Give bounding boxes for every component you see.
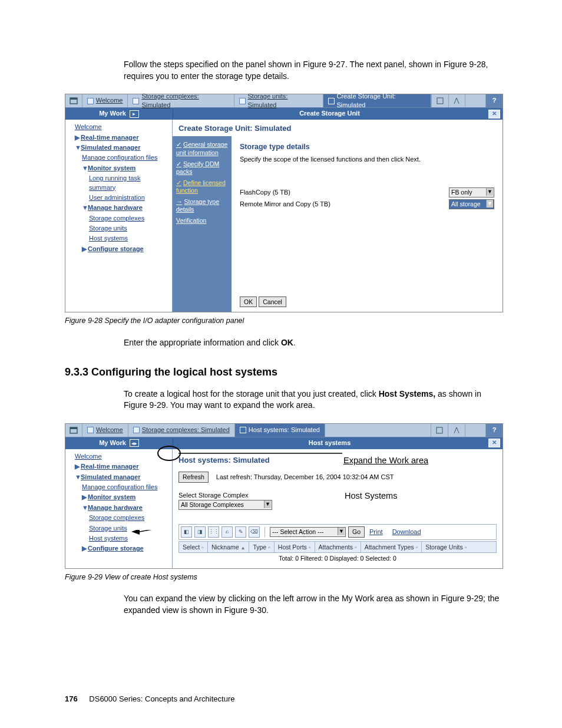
select-storage-complex-label: Select Storage Complex	[178, 491, 497, 500]
after-fig-29-text: You can expand the view by clicking on t…	[124, 593, 503, 616]
step-verification[interactable]: Verification	[176, 217, 228, 225]
page-footer: 176 DS6000 Series: Concepts and Architec…	[65, 694, 234, 704]
tab-create-storage-unit[interactable]: Create Storage Unit: Simulated	[323, 94, 431, 107]
last-refresh-text: Last refresh: Thursday, December 16, 200…	[216, 473, 394, 480]
select-storage-complex[interactable]: All Storage Complexes	[178, 500, 272, 510]
app-icon	[65, 94, 82, 107]
cancel-button[interactable]: Cancel	[259, 297, 286, 308]
col-nickname[interactable]: Nickname ▲	[208, 542, 250, 553]
annotation-line-expand	[178, 450, 349, 462]
nav2-configure-storage[interactable]: ▶Configure storage	[69, 543, 168, 554]
close-panel-icon-2[interactable]: ✕	[488, 439, 500, 447]
window-tab-row: Welcome Storage complexes: Simulated Sto…	[65, 94, 503, 108]
nav-simulated-manager[interactable]: ▼Simulated manager	[69, 143, 168, 153]
tab2-host-systems[interactable]: Host systems: Simulated	[235, 424, 325, 437]
main-header-title-2: Host systems	[173, 439, 486, 447]
nav-configure-storage[interactable]: ▶Configure storage	[69, 244, 168, 254]
footer-title: DS6000 Series: Concepts and Architecture	[89, 694, 234, 703]
nav-host-systems[interactable]: Host systems	[69, 233, 168, 243]
print-link[interactable]: Print	[369, 528, 383, 536]
nav2-welcome[interactable]: Welcome	[69, 452, 168, 462]
nav-monitor-system[interactable]: ▼Monitor system	[69, 163, 168, 173]
tab-storage-units[interactable]: Storage units: Simulated	[234, 94, 323, 107]
my-work-label: My Work	[99, 109, 126, 118]
step-general[interactable]: General storage unit information	[176, 141, 228, 156]
window-icon-2b[interactable]	[448, 424, 465, 437]
tab2-welcome[interactable]: Welcome	[82, 424, 128, 437]
download-link[interactable]: Download	[392, 528, 421, 536]
ok-button[interactable]: OK	[240, 297, 257, 308]
nav-manage-config-files[interactable]: Manage configuration files	[69, 153, 168, 163]
help-icon-2[interactable]: ?	[485, 424, 503, 437]
col-storage-units[interactable]: Storage Units ^	[422, 542, 496, 553]
wizard-steps: General storage unit information Specify…	[173, 136, 232, 312]
figure-9-29: Welcome Storage complexes: Simulated Hos…	[65, 423, 503, 569]
figure-9-29-caption: Figure 9-29 View of create Host systems	[65, 572, 503, 583]
nav-storage-units[interactable]: Storage units	[69, 223, 168, 233]
col-select[interactable]: Select ^	[179, 542, 208, 553]
tab2-storage-complexes[interactable]: Storage complexes: Simulated	[128, 424, 235, 437]
nav-sidebar: Welcome ▶Real-time manager ▼Simulated ma…	[65, 120, 173, 312]
nav-storage-complexes[interactable]: Storage complexes	[69, 213, 168, 223]
section-heading: 9.3.3 Configuring the logical host syste…	[65, 365, 503, 380]
table-header: Select ^ Nickname ▲ Type ^ Host Ports ^ …	[178, 541, 497, 554]
nav-user-admin[interactable]: User administration	[69, 193, 168, 203]
nav2-monitor-system[interactable]: ▶Monitor system	[69, 492, 168, 502]
expand-mywork-icon[interactable]: ▸	[130, 110, 139, 118]
figure-9-28: Welcome Storage complexes: Simulated Sto…	[65, 94, 503, 312]
nav-long-running-task[interactable]: Long running task summary	[69, 173, 168, 193]
window-icon-2[interactable]	[448, 94, 465, 107]
nav2-realtime-manager[interactable]: ▶Real-time manager	[69, 462, 168, 472]
window-icon-1b[interactable]	[431, 424, 448, 437]
pane-subtext: Specify the scope of the licensed functi…	[240, 155, 494, 164]
nav2-storage-complexes[interactable]: Storage complexes	[69, 513, 168, 523]
flashcopy-select[interactable]: FB only	[449, 187, 494, 197]
nav-sidebar-2: Welcome ▶Real-time manager ▼Simulated ma…	[65, 449, 173, 568]
col-attachment-types[interactable]: Attachment Types ^	[361, 542, 422, 553]
nav2-manage-config-files[interactable]: Manage configuration files	[69, 482, 168, 492]
my-work-label-2: My Work	[99, 439, 126, 447]
annotation-hs-label: Host Systems	[345, 490, 397, 502]
section-intro: To create a logical host for the storage…	[124, 388, 503, 411]
window-tab-row-2: Welcome Storage complexes: Simulated Hos…	[65, 424, 503, 437]
close-panel-icon[interactable]: ✕	[488, 110, 500, 118]
svg-rect-2	[437, 98, 443, 104]
nav-realtime-manager[interactable]: ▶Real-time manager	[69, 133, 168, 143]
tab-welcome[interactable]: Welcome	[82, 94, 128, 107]
figure-9-28-caption: Figure 9-28 Specify the I/O adapter conf…	[65, 316, 503, 327]
step-licensed[interactable]: Define licensed function	[176, 179, 228, 195]
annotation-line-hs	[131, 530, 349, 542]
svg-rect-5	[437, 427, 442, 433]
step-ddm[interactable]: Specify DDM packs	[176, 160, 228, 176]
col-attachments[interactable]: Attachments ^	[315, 542, 361, 553]
go-button[interactable]: Go	[348, 526, 365, 538]
table-status-line: Total: 0 Filtered: 0 Displayed: 0 Select…	[178, 553, 497, 564]
refresh-button[interactable]: Refresh	[178, 472, 209, 483]
annotation-expand-label: Expand the Work area	[343, 454, 428, 466]
nav-manage-hardware[interactable]: ▼Manage hardware	[69, 203, 168, 213]
nav2-simulated-manager[interactable]: ▼Simulated manager	[69, 472, 168, 482]
col-host-ports[interactable]: Host Ports ^	[275, 542, 315, 553]
panel-title: Create Storage Unit: Simulated	[173, 120, 503, 136]
remote-mirror-label: Remote Mirror and Copy (5 TB)	[240, 200, 330, 209]
after-fig-28-text: Enter the appropriate information and cl…	[124, 337, 503, 349]
step-storage-type[interactable]: Storage type details	[176, 198, 228, 213]
app-icon-2	[65, 424, 82, 437]
section-header-2: My Work◂▸ Host systems ✕	[65, 437, 503, 449]
annotation-circle-expand	[157, 446, 181, 461]
svg-rect-1	[70, 98, 77, 100]
window-icon-1[interactable]	[431, 94, 448, 107]
pane-heading: Storage type details	[240, 142, 494, 153]
expand-mywork-icon-2[interactable]: ◂▸	[130, 439, 139, 447]
tab-storage-complexes[interactable]: Storage complexes: Simulated	[128, 94, 234, 107]
page-number: 176	[65, 694, 78, 703]
nav-welcome[interactable]: Welcome	[69, 122, 168, 132]
svg-rect-4	[70, 427, 77, 429]
nav2-manage-hardware[interactable]: ▼Manage hardware	[69, 503, 168, 513]
flashcopy-label: FlashCopy (5 TB)	[240, 188, 290, 197]
main-header-title: Create Storage Unit	[173, 109, 486, 118]
svg-line-7	[140, 530, 345, 532]
remote-mirror-select[interactable]: All storage	[449, 199, 494, 209]
col-type[interactable]: Type ^	[249, 542, 274, 553]
help-icon[interactable]: ?	[485, 94, 503, 107]
